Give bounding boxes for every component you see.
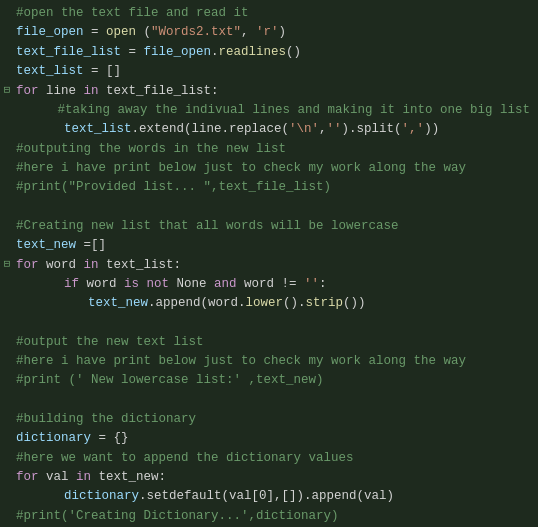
token: for — [16, 470, 39, 484]
line-13: text_new =[] — [0, 236, 538, 255]
line-content-4: text_list = [] — [14, 62, 530, 81]
token: (). — [283, 296, 306, 310]
token: open — [106, 25, 136, 39]
token: text_list: — [99, 258, 182, 272]
line-content-1: #open the text file and read it — [14, 4, 530, 23]
token: .setdefault(val[0],[]).append(val) — [139, 489, 394, 503]
line-content-14: for word in text_list: — [14, 256, 530, 275]
token: #print("Provided list... ",text_file_lis… — [16, 180, 331, 194]
line-content-2: file_open = open ("Words2.txt", 'r') — [14, 23, 530, 42]
line-1: #open the text file and read it — [0, 4, 538, 23]
token: in — [84, 84, 99, 98]
token: '\n' — [289, 122, 319, 136]
line-content-5: for line in text_file_list: — [14, 82, 530, 101]
line-21 — [0, 391, 538, 410]
token: text_new — [88, 296, 148, 310]
line-17 — [0, 314, 538, 333]
token: text_list — [64, 122, 132, 136]
line-26: dictionary.setdefault(val[0],[]).append(… — [0, 487, 538, 506]
token: . — [211, 45, 219, 59]
token: file_open — [16, 25, 84, 39]
line-content-15: if word is not None and word != '': — [62, 275, 530, 294]
token: "Words2.txt" — [151, 25, 241, 39]
token: #here i have print below just to check m… — [16, 354, 466, 368]
line-11 — [0, 198, 538, 217]
token: = — [121, 45, 144, 59]
token: = — [84, 25, 107, 39]
line-content-23: dictionary = {} — [14, 429, 530, 448]
line-19: #here i have print below just to check m… — [0, 352, 538, 371]
line-content-9: #here i have print below just to check m… — [14, 159, 530, 178]
line-5: ⊟for line in text_file_list: — [0, 82, 538, 101]
line-22: #building the dictionary — [0, 410, 538, 429]
line-3: text_file_list = file_open.readlines() — [0, 43, 538, 62]
token: in — [76, 470, 91, 484]
line-16: text_new.append(word.lower().strip()) — [0, 294, 538, 313]
token: dictionary — [16, 431, 91, 445]
line-content-24: #here we want to append the dictionary v… — [14, 449, 530, 468]
token: ).split( — [342, 122, 402, 136]
token: for — [16, 258, 39, 272]
line-23: dictionary = {} — [0, 429, 538, 448]
line-content-13: text_new =[] — [14, 236, 530, 255]
token: and — [214, 277, 237, 291]
line-content-22: #building the dictionary — [14, 410, 530, 429]
token: , — [241, 25, 256, 39]
line-content-12: #Creating new list that all words will b… — [14, 217, 530, 236]
token: None — [169, 277, 214, 291]
line-12: #Creating new list that all words will b… — [0, 217, 538, 236]
token: ) — [279, 25, 287, 39]
token: text_new: — [91, 470, 166, 484]
token: in — [84, 258, 99, 272]
token: readlines — [219, 45, 287, 59]
line-content-6: #taking away the indivual lines and maki… — [55, 101, 530, 120]
line-24: #here we want to append the dictionary v… — [0, 449, 538, 468]
token: text_list — [16, 64, 84, 78]
token: val — [39, 470, 77, 484]
token: ()) — [343, 296, 366, 310]
token: for — [16, 84, 39, 98]
line-content-10: #print("Provided list... ",text_file_lis… — [14, 178, 530, 197]
token: is not — [124, 277, 169, 291]
token: text_new — [16, 238, 76, 252]
line-25: for val in text_new: — [0, 468, 538, 487]
code-editor: #open the text file and read itfile_open… — [0, 0, 538, 527]
line-content-26: dictionary.setdefault(val[0],[]).append(… — [62, 487, 530, 506]
line-14: ⊟for word in text_list: — [0, 256, 538, 275]
token: =[] — [76, 238, 106, 252]
token: strip — [306, 296, 344, 310]
line-7: text_list.extend(line.replace('\n','').s… — [0, 120, 538, 139]
line-content-18: #output the new text list — [14, 333, 530, 352]
token: line — [39, 84, 84, 98]
token: file_open — [144, 45, 212, 59]
token: .extend(line.replace( — [132, 122, 290, 136]
line-content-3: text_file_list = file_open.readlines() — [14, 43, 530, 62]
token: word — [79, 277, 124, 291]
line-4: text_list = [] — [0, 62, 538, 81]
token: dictionary — [64, 489, 139, 503]
token: lower — [246, 296, 284, 310]
token: #output the new text list — [16, 335, 204, 349]
token: = [] — [84, 64, 122, 78]
token: () — [286, 45, 301, 59]
line-10: #print("Provided list... ",text_file_lis… — [0, 178, 538, 197]
token: ',' — [402, 122, 425, 136]
line-content-20: #print (' New lowercase list:' ,text_new… — [14, 371, 530, 390]
token: #print('Creating Dictionary...',dictiona… — [16, 509, 339, 523]
line-gutter-5: ⊟ — [0, 82, 14, 99]
token: : — [319, 277, 327, 291]
token: #taking away the indivual lines and maki… — [57, 103, 530, 117]
line-27: #print('Creating Dictionary...',dictiona… — [0, 507, 538, 526]
token: #outputing the words in the new list — [16, 142, 286, 156]
token: text_file_list — [16, 45, 121, 59]
line-content-7: text_list.extend(line.replace('\n','').s… — [62, 120, 530, 139]
token: text_file_list: — [99, 84, 219, 98]
line-content-19: #here i have print below just to check m… — [14, 352, 530, 371]
token: word != — [237, 277, 305, 291]
token: #here i have print below just to check m… — [16, 161, 466, 175]
token: #open the text file and read it — [16, 6, 249, 20]
token: word — [39, 258, 84, 272]
token: if — [64, 277, 79, 291]
line-9: #here i have print below just to check m… — [0, 159, 538, 178]
line-18: #output the new text list — [0, 333, 538, 352]
